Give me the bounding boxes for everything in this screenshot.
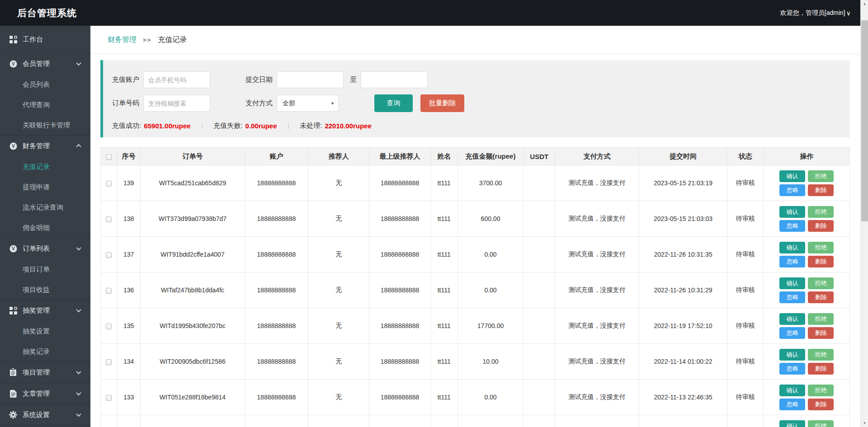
scrollbar-thumb[interactable] [861,20,868,221]
date-to-input[interactable] [361,71,428,88]
reject-button[interactable]: 拒绝 [808,313,834,325]
reject-button[interactable]: 拒绝 [808,242,834,253]
reject-button[interactable]: 拒绝 [808,277,834,289]
delete-button[interactable]: 删除 [808,256,834,267]
cell-status: 待审核 [727,308,764,344]
sidebar-subitem-finance-management[interactable]: 流水记录查询 [0,197,90,217]
confirm-button[interactable]: 确认 [779,420,805,427]
row-checkbox[interactable] [106,216,112,222]
ignore-button[interactable]: 忽略 [779,220,805,232]
delete-button[interactable]: 删除 [808,399,834,410]
search-button[interactable]: 查询 [374,94,413,112]
reject-button[interactable]: 拒绝 [808,385,834,396]
table-row: 135WITd1995b430fe207bc18888888888无188888… [101,308,850,344]
cell-order-no: WITaf247bb8b1dda4fc [141,272,245,308]
sidebar-item-finance-management[interactable]: V财务管理 [0,136,90,156]
sidebar-subitem-lottery-management[interactable]: 抽奖记录 [0,341,90,361]
row-checkbox[interactable] [106,324,112,329]
stat-label: 充值失败: [213,122,242,130]
finance-icon: V [9,142,17,150]
row-checkbox[interactable] [106,395,112,401]
cell-submit-time: 2022-11-14 01:00:22 [639,344,727,380]
pay-method-select[interactable]: 全部 ▼ [277,95,339,112]
sidebar-item-workbench[interactable]: 工作台 [0,26,90,53]
cell-order-no: WIT200905dbc6f12586 [141,344,245,380]
column-header: 状态 [727,148,764,165]
confirm-button[interactable]: 确认 [779,313,805,325]
sidebar-subitem-finance-management[interactable]: 佣金明细 [0,217,90,238]
sidebar-subitem-member-management[interactable]: 代理查询 [0,94,90,115]
svg-text:V: V [12,61,15,66]
row-checkbox[interactable] [106,359,112,365]
member-icon: V [9,60,17,68]
row-checkbox[interactable] [106,181,112,187]
chevron-down-icon [76,369,81,374]
confirm-button[interactable]: 确认 [779,277,805,289]
ignore-button[interactable]: 忽略 [779,399,805,410]
batch-delete-button[interactable]: 批量删除 [420,94,464,112]
sidebar-section-finance-management: V财务管理充值记录提现申请流水记录查询佣金明细 [0,136,90,238]
sidebar-item-project-management[interactable]: 项目管理 [0,362,90,383]
cell-order-no: WIT373d99a07938b7d7 [141,201,245,237]
sidebar-subitem-lottery-management[interactable]: 抽奖设置 [0,321,90,341]
sidebar-item-lottery-management[interactable]: 抽奖管理 [0,300,90,321]
sidebar-item-member-management[interactable]: V会员管理 [0,53,90,74]
sidebar-item-order-list[interactable]: V订单列表 [0,238,90,259]
row-checkbox[interactable] [106,252,112,258]
cell-account: 18888888888 [245,165,308,201]
breadcrumb-current: 充值记录 [158,35,187,45]
delete-button[interactable]: 删除 [808,327,834,339]
ignore-button[interactable]: 忽略 [779,291,805,303]
confirm-button[interactable]: 确认 [779,385,805,396]
select-all-checkbox[interactable] [106,154,112,160]
confirm-button[interactable]: 确认 [779,206,805,218]
reject-button[interactable]: 拒绝 [808,170,834,182]
cell-amount: 3700.00 [458,165,523,201]
confirm-button[interactable]: 确认 [779,242,805,253]
cell-seq: 134 [117,344,141,380]
sidebar-item-system-settings[interactable]: 系统设置 [0,404,90,425]
ignore-button[interactable]: 忽略 [779,256,805,267]
ignore-button[interactable]: 忽略 [779,363,805,375]
breadcrumb-parent[interactable]: 财务管理 [108,35,137,45]
sidebar-subitem-finance-management[interactable]: 充值记录 [0,156,90,177]
scroll-up-icon[interactable]: ▲ [861,0,868,8]
cell-top-referrer: 18888888888 [369,344,430,380]
ignore-button[interactable]: 忽略 [779,327,805,339]
column-header: 最上级推荐人 [369,148,430,165]
cell-seq [117,415,141,427]
confirm-button[interactable]: 确认 [779,349,805,361]
scroll-down-icon[interactable]: ▼ [861,419,868,427]
date-from-input[interactable] [277,71,344,88]
delete-button[interactable]: 删除 [808,184,834,196]
cell-usdt [524,272,555,308]
chevron-down-icon [76,412,81,417]
cell-amount: 0.00 [458,272,523,308]
reject-button[interactable]: 拒绝 [808,206,834,218]
sidebar-subitem-member-management[interactable]: 关联银行卡管理 [0,115,90,135]
recharge-account-input[interactable] [143,71,210,88]
sidebar-item-article-management[interactable]: 文章管理 [0,383,90,404]
svg-text:V: V [12,246,15,251]
reject-button[interactable]: 拒绝 [808,349,834,361]
sidebar-subitem-finance-management[interactable]: 提现申请 [0,177,90,197]
sidebar-subitem-member-management[interactable]: 会员列表 [0,74,90,94]
vertical-scrollbar[interactable]: ▲ ▼ [860,0,868,427]
sidebar-item-label: 会员管理 [23,60,77,68]
delete-button[interactable]: 删除 [808,291,834,303]
user-menu[interactable]: 欢迎您，管理员[admin]∨ [780,9,851,17]
confirm-button[interactable]: 确认 [779,170,805,182]
sidebar-subitem-order-list[interactable]: 项目收益 [0,279,90,300]
sidebar-subitem-order-list[interactable]: 项目订单 [0,259,90,279]
reject-button[interactable]: 拒绝 [808,420,834,427]
cell-amount: 17700.00 [458,308,523,344]
row-checkbox[interactable] [106,288,112,294]
breadcrumb-separator: >> [143,37,151,43]
delete-button[interactable]: 删除 [808,220,834,232]
cell-seq: 135 [117,308,141,344]
ignore-button[interactable]: 忽略 [779,184,805,196]
order-number-input[interactable] [143,95,210,112]
chevron-down-icon [76,307,81,312]
pay-method-label: 支付方式 [245,99,273,108]
delete-button[interactable]: 删除 [808,363,834,375]
